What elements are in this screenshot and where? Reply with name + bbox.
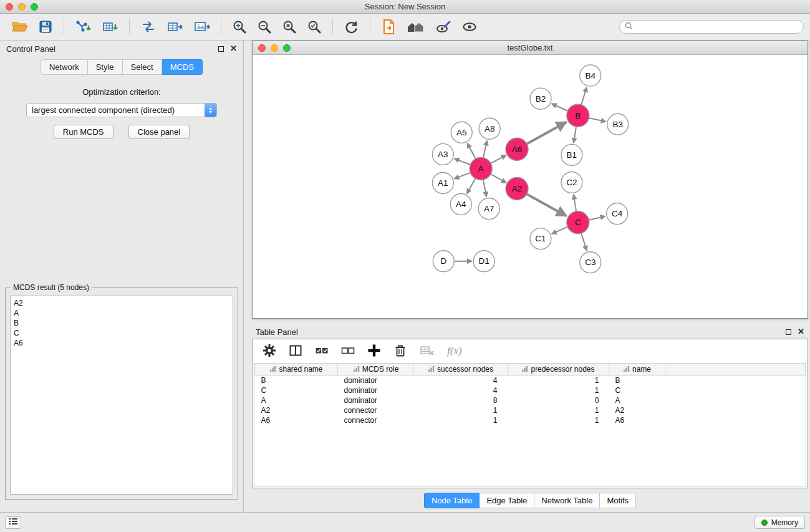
graph-node-A7[interactable]: A7 xyxy=(478,198,499,220)
table-cell[interactable]: 1 xyxy=(508,415,609,425)
function-builder-button[interactable]: f(x) xyxy=(447,345,462,357)
graph-node-C3[interactable]: C3 xyxy=(580,252,601,273)
node-table-container[interactable]: shared nameMCDS rolesuccessor nodesprede… xyxy=(254,363,806,486)
graph-edge-A-A1[interactable] xyxy=(454,173,470,179)
graph-node-C4[interactable]: C4 xyxy=(607,203,628,225)
graph-edge-C-C1[interactable] xyxy=(552,227,568,234)
graph-node-A5[interactable]: A5 xyxy=(451,122,472,143)
show-panel-button[interactable] xyxy=(5,516,21,529)
zoom-fit-button[interactable] xyxy=(279,18,299,36)
optimization-criterion-select[interactable]: largest connected component (directed) ▲… xyxy=(26,103,217,117)
network-graph[interactable]: B4B2BB3A8A5A6A3B1AC2A1A2A4A7C4CC1C3DD1 xyxy=(253,55,808,318)
network-zoom-button[interactable] xyxy=(283,44,291,52)
graph-node-A4[interactable]: A4 xyxy=(450,194,471,215)
tab-style[interactable]: Style xyxy=(88,59,123,75)
table-cell[interactable]: C xyxy=(255,385,338,395)
float-table-panel-icon[interactable] xyxy=(786,329,791,335)
graph-node-B[interactable]: B xyxy=(567,104,589,127)
graph-node-A8[interactable]: A8 xyxy=(479,118,500,139)
column-header-shared-name[interactable]: shared name xyxy=(255,364,338,375)
search-input[interactable] xyxy=(636,22,798,31)
open-session-button[interactable] xyxy=(9,18,31,36)
network-overview-button[interactable] xyxy=(404,18,428,36)
graph-edge-B-B4[interactable] xyxy=(581,87,587,105)
graph-edge-C-C4[interactable] xyxy=(589,216,605,220)
table-cell[interactable]: 8 xyxy=(414,395,508,405)
table-cell[interactable]: 1 xyxy=(414,405,508,415)
graph-edge-B-B2[interactable] xyxy=(552,104,568,111)
tab-network-table[interactable]: Network Table xyxy=(534,493,600,508)
graph-edge-A-A5[interactable] xyxy=(467,143,476,159)
show-column-button[interactable] xyxy=(289,344,302,359)
graph-node-C2[interactable]: C2 xyxy=(561,172,582,193)
graph-node-B2[interactable]: B2 xyxy=(530,88,551,109)
export-network-button[interactable] xyxy=(138,18,159,36)
table-cell[interactable]: B xyxy=(609,375,665,385)
graph-edge-B-B3[interactable] xyxy=(589,118,606,122)
table-cell[interactable]: dominator xyxy=(338,395,414,405)
minimize-window-button[interactable] xyxy=(18,3,26,11)
column-header-name[interactable]: name xyxy=(609,364,665,375)
table-row[interactable]: A6connector11A6 xyxy=(255,415,806,425)
save-session-button[interactable] xyxy=(36,18,55,36)
graph-edge-B-B1[interactable] xyxy=(574,127,576,143)
result-item[interactable]: A xyxy=(14,308,229,318)
table-cell[interactable]: A6 xyxy=(609,415,665,425)
graph-node-C[interactable]: C xyxy=(567,211,589,234)
graph-edge-A-A2[interactable] xyxy=(490,174,506,183)
table-cell[interactable]: dominator xyxy=(338,385,414,395)
table-cell[interactable]: A xyxy=(255,395,338,405)
table-cell[interactable]: B xyxy=(255,375,338,385)
table-cell[interactable]: 4 xyxy=(414,375,508,385)
zoom-out-button[interactable] xyxy=(254,18,274,36)
add-column-button[interactable] xyxy=(367,344,381,359)
table-settings-button[interactable] xyxy=(263,344,276,359)
refresh-view-button[interactable] xyxy=(341,18,362,36)
graph-edge-C-C3[interactable] xyxy=(581,233,587,251)
graph-node-A2[interactable]: A2 xyxy=(506,177,528,200)
tab-select[interactable]: Select xyxy=(123,59,162,75)
zoom-in-button[interactable] xyxy=(229,18,249,36)
tab-mcds[interactable]: MCDS xyxy=(162,59,203,75)
column-header-successor-nodes[interactable]: successor nodes xyxy=(414,364,508,375)
table-row[interactable]: A2connector11A2 xyxy=(255,405,806,415)
table-cell[interactable]: A xyxy=(609,395,665,405)
tab-network[interactable]: Network xyxy=(41,59,88,75)
graph-edge-A-A6[interactable] xyxy=(491,155,506,164)
import-table-button[interactable] xyxy=(99,18,121,36)
result-item[interactable]: B xyxy=(14,318,229,328)
table-cell[interactable]: A6 xyxy=(255,415,338,425)
graphics-details-button[interactable] xyxy=(433,18,454,36)
network-close-button[interactable] xyxy=(258,44,266,52)
table-row[interactable]: Cdominator41C xyxy=(255,385,806,395)
graph-node-B1[interactable]: B1 xyxy=(561,144,582,165)
table-cell[interactable]: 1 xyxy=(508,385,609,395)
table-cell[interactable]: A2 xyxy=(609,405,665,415)
graph-node-B3[interactable]: B3 xyxy=(607,114,629,135)
table-cell[interactable]: C xyxy=(609,385,665,395)
export-image-button[interactable] xyxy=(191,18,213,36)
table-cell[interactable]: A2 xyxy=(255,405,338,415)
graph-node-A3[interactable]: A3 xyxy=(432,143,453,165)
zoom-selected-button[interactable] xyxy=(304,18,324,36)
graph-edge-A-A4[interactable] xyxy=(467,178,476,194)
table-cell[interactable]: connector xyxy=(338,405,414,415)
graph-edge-A-A3[interactable] xyxy=(454,158,470,165)
network-canvas[interactable]: B4B2BB3A8A5A6A3B1AC2A1A2A4A7C4CC1C3DD1 xyxy=(253,55,808,318)
column-header-predecessor-nodes[interactable]: predecessor nodes xyxy=(508,364,609,375)
graph-node-D1[interactable]: D1 xyxy=(473,251,494,272)
table-cell[interactable]: 1 xyxy=(508,375,609,385)
tab-node-table[interactable]: Node Table xyxy=(424,493,480,508)
graph-node-D[interactable]: D xyxy=(433,251,454,272)
network-minimize-button[interactable] xyxy=(271,44,278,52)
zoom-window-button[interactable] xyxy=(31,3,38,11)
close-table-panel-icon[interactable]: ✕ xyxy=(798,329,804,335)
graph-node-A1[interactable]: A1 xyxy=(432,172,453,193)
visibility-button[interactable] xyxy=(459,18,480,36)
mcds-result-list[interactable]: A2ABCA6 xyxy=(10,296,233,495)
tab-edge-table[interactable]: Edge Table xyxy=(480,493,534,508)
result-item[interactable]: C xyxy=(14,328,229,338)
table-cell[interactable]: dominator xyxy=(338,375,414,385)
graph-edge-A2-C[interactable] xyxy=(526,194,566,216)
table-cell[interactable]: connector xyxy=(338,415,414,425)
